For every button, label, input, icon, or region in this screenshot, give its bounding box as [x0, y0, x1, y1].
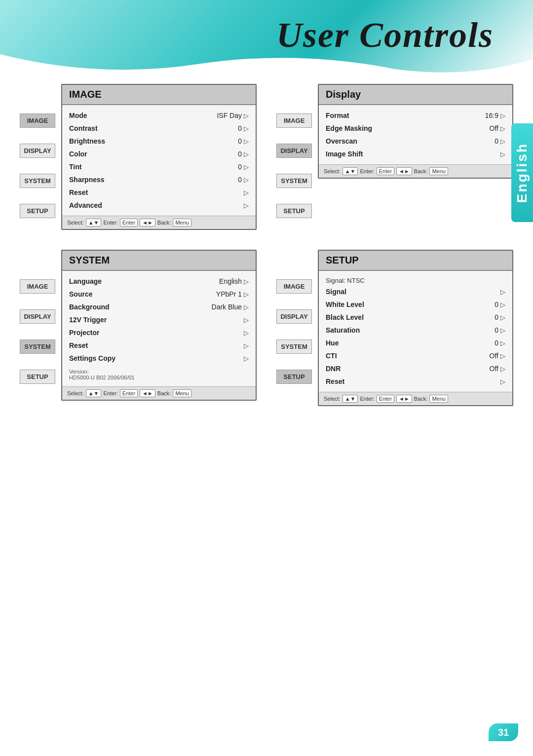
setup-signal-label: Signal: NTSC	[326, 275, 505, 285]
image-menu-header: IMAGE	[62, 85, 256, 105]
image-value-brightness: 0 ▷	[238, 137, 249, 145]
display-menu-header: Display	[319, 85, 512, 105]
sidebar-item-display-1[interactable]: DISPLAY	[20, 144, 55, 158]
display-value-format: 16:9 ▷	[485, 112, 505, 119]
setup-row-cti[interactable]: CTI Off ▷	[326, 349, 505, 362]
setup-label-whitelevel: White Level	[326, 301, 364, 308]
setup-row-whitelevel[interactable]: White Level 0 ▷	[326, 298, 505, 311]
footer-menu-key-3: Menu	[173, 389, 191, 397]
setup-row-reset[interactable]: Reset ▷	[326, 375, 505, 388]
display-row-imageshift[interactable]: Image Shift ▷	[326, 148, 505, 160]
footer-lr-key: ◄►	[140, 219, 155, 227]
system-value-12vtrigger: ▷	[244, 316, 249, 324]
image-row-mode[interactable]: Mode ISF Day ▷	[69, 109, 249, 122]
system-panel: IMAGE DISPLAY SYSTEM SETUP SYSTEM Langua…	[20, 250, 257, 406]
image-label-reset: Reset	[69, 189, 88, 196]
footer-enter-key-4: Enter	[377, 395, 394, 403]
setup-row-hue[interactable]: Hue 0 ▷	[326, 337, 505, 349]
system-label-language: Language	[69, 277, 102, 285]
sidebar-item-setup-3[interactable]: SETUP	[20, 370, 55, 384]
footer-enter-key: Enter	[120, 219, 138, 227]
sidebar-item-setup-2[interactable]: SETUP	[276, 204, 312, 218]
image-row-advanced[interactable]: Advanced ▷	[69, 199, 249, 212]
sidebar-item-setup-1[interactable]: SETUP	[20, 204, 55, 218]
sidebar-item-system-3[interactable]: SYSTEM	[20, 340, 55, 354]
system-menu-header: SYSTEM	[62, 251, 256, 271]
sidebar-item-system-1[interactable]: SYSTEM	[20, 174, 55, 188]
sidebar-item-display-2[interactable]: DISPLAY	[276, 144, 312, 158]
system-menu-body: Language English ▷ Source YPbPr 1 ▷ Back…	[62, 271, 256, 386]
footer-select-label: Select:	[67, 220, 84, 226]
image-label-sharpness: Sharpness	[69, 176, 105, 184]
system-row-projector[interactable]: Projector ▷	[69, 326, 249, 339]
system-row-source[interactable]: Source YPbPr 1 ▷	[69, 288, 249, 301]
display-value-imageshift: ▷	[500, 151, 505, 158]
image-row-brightness[interactable]: Brightness 0 ▷	[69, 135, 249, 148]
display-row-overscan[interactable]: Overscan 0 ▷	[326, 135, 505, 148]
setup-value-hue: 0 ▷	[495, 339, 505, 347]
footer-lr-key-3: ◄►	[140, 389, 155, 397]
image-label-mode: Mode	[69, 112, 87, 119]
sidebar-item-display-4[interactable]: DISPLAY	[276, 309, 312, 324]
display-value-edge: Off ▷	[490, 124, 505, 132]
sidebar-item-system-2[interactable]: SYSTEM	[276, 174, 312, 188]
sidebar-item-image-4[interactable]: IMAGE	[276, 279, 312, 294]
system-sidebar: IMAGE DISPLAY SYSTEM SETUP	[20, 265, 59, 385]
footer-lr-key-4: ◄►	[396, 395, 412, 403]
image-row-tint[interactable]: Tint 0 ▷	[69, 160, 249, 173]
footer-menu-key: Menu	[173, 219, 191, 227]
display-menu-box: Display Format 16:9 ▷ Edge Masking Off ▷…	[318, 84, 513, 179]
system-row-reset[interactable]: Reset ▷	[69, 339, 249, 352]
sidebar-item-image-1[interactable]: IMAGE	[20, 113, 55, 128]
display-row-format[interactable]: Format 16:9 ▷	[326, 109, 505, 122]
system-row-background[interactable]: Background Dark Blue ▷	[69, 301, 249, 313]
image-row-sharpness[interactable]: Sharpness 0 ▷	[69, 173, 249, 186]
sidebar-item-display-3[interactable]: DISPLAY	[20, 309, 55, 324]
setup-value-blacklevel: 0 ▷	[495, 313, 505, 321]
image-row-contrast[interactable]: Contrast 0 ▷	[69, 122, 249, 135]
display-panel: IMAGE DISPLAY SYSTEM SETUP Display Forma…	[276, 84, 513, 230]
image-label-contrast: Contrast	[69, 124, 98, 132]
footer-select-key: ▲▼	[86, 219, 102, 227]
setup-label-signal: Signal	[326, 288, 346, 296]
image-row-color[interactable]: Color 0 ▷	[69, 148, 249, 160]
version-value: HD5000-U B02 2006/06/01	[69, 375, 249, 380]
footer-enter-label: Enter:	[103, 220, 117, 226]
system-value-settings-copy: ▷	[244, 355, 249, 362]
sidebar-item-setup-4[interactable]: SETUP	[276, 370, 312, 384]
setup-row-signal[interactable]: Signal ▷	[326, 285, 505, 298]
setup-row-saturation[interactable]: Saturation 0 ▷	[326, 324, 505, 337]
setup-row-dnr[interactable]: DNR Off ▷	[326, 362, 505, 375]
setup-value-cti: Off ▷	[490, 352, 505, 360]
sidebar-item-system-4[interactable]: SYSTEM	[276, 340, 312, 354]
sidebar-item-image-3[interactable]: IMAGE	[20, 279, 55, 294]
system-row-settings-copy[interactable]: Settings Copy ▷	[69, 352, 249, 365]
system-version: Version: HD5000-U B02 2006/06/01	[69, 369, 249, 382]
system-label-settings-copy: Settings Copy	[69, 354, 115, 362]
setup-value-signal: ▷	[500, 288, 505, 296]
image-menu-box: IMAGE Mode ISF Day ▷ Contrast 0 ▷ Bright…	[61, 84, 257, 230]
setup-menu-box: SETUP Signal: NTSC Signal ▷ White Level …	[318, 250, 513, 406]
footer-enter-key-2: Enter	[377, 167, 394, 175]
footer-select-label-2: Select:	[324, 168, 341, 174]
display-sidebar: IMAGE DISPLAY SYSTEM SETUP	[276, 99, 316, 219]
footer-back-label: Back:	[157, 220, 171, 226]
image-row-reset[interactable]: Reset ▷	[69, 186, 249, 199]
setup-row-blacklevel[interactable]: Black Level 0 ▷	[326, 311, 505, 324]
footer-enter-label-3: Enter:	[103, 390, 117, 396]
display-label-edge: Edge Masking	[326, 124, 372, 132]
system-row-language[interactable]: Language English ▷	[69, 275, 249, 288]
display-row-edge[interactable]: Edge Masking Off ▷	[326, 122, 505, 135]
display-menu-body: Format 16:9 ▷ Edge Masking Off ▷ Oversca…	[319, 105, 512, 164]
footer-lr-key-2: ◄►	[396, 167, 412, 175]
setup-value-reset: ▷	[500, 378, 505, 385]
setup-menu-footer: Select: ▲▼ Enter: Enter ◄► Back: Menu	[319, 392, 512, 405]
footer-enter-key-3: Enter	[120, 389, 138, 397]
sidebar-item-image-2[interactable]: IMAGE	[276, 113, 312, 128]
image-value-tint: 0 ▷	[238, 163, 249, 171]
image-value-mode: ISF Day ▷	[217, 112, 249, 119]
image-menu-footer: Select: ▲▼ Enter: Enter ◄► Back: Menu	[62, 216, 256, 229]
setup-panel: IMAGE DISPLAY SYSTEM SETUP SETUP Signal:…	[276, 250, 513, 406]
system-row-12vtrigger[interactable]: 12V Trigger ▷	[69, 313, 249, 326]
footer-back-label-4: Back:	[414, 396, 428, 402]
